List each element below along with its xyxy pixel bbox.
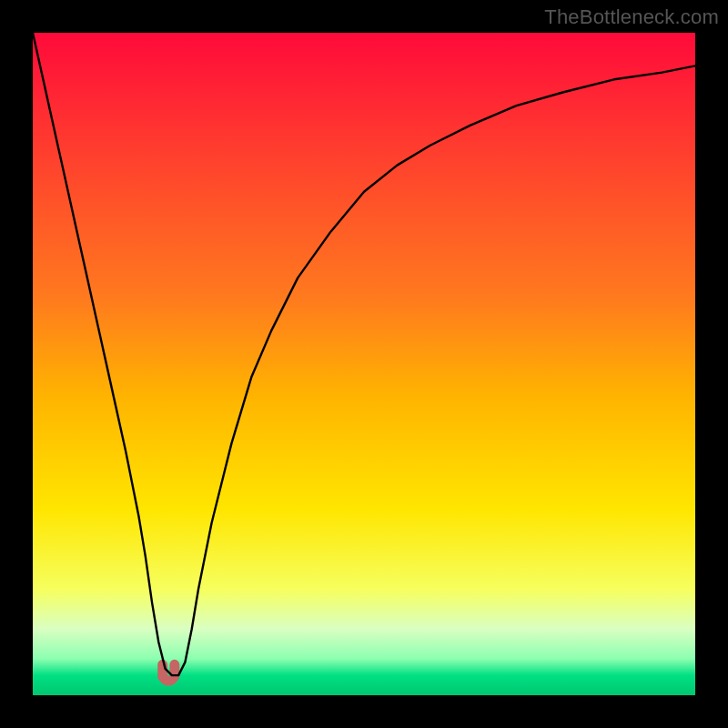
gradient-background	[33, 33, 695, 695]
watermark-text: TheBottleneck.com	[544, 5, 719, 29]
chart-frame: TheBottleneck.com	[0, 0, 728, 728]
bottleneck-chart	[33, 33, 695, 695]
plot-area	[33, 33, 695, 695]
